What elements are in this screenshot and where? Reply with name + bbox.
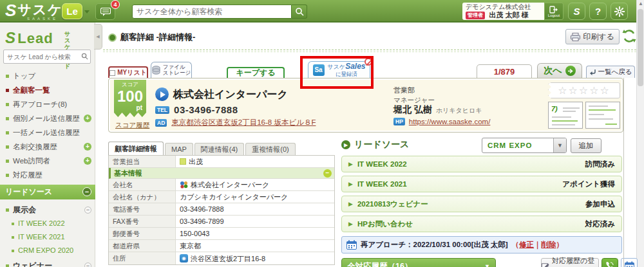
expand-plus-icon[interactable]: + <box>84 143 91 151</box>
sidebar-item-itweek2021[interactable]: IT WEEK 2021 <box>0 230 95 244</box>
expand-plus-icon[interactable]: + <box>84 157 91 165</box>
sidebar-item-reapproach[interactable]: 再アプローチ(8) <box>0 97 95 111</box>
arrow-right-icon: ▶ <box>348 181 353 187</box>
bullet-icon <box>12 250 14 252</box>
lead-logo[interactable]: S Lead サスケリード <box>5 29 53 47</box>
bullet-icon <box>6 160 9 163</box>
global-search-input[interactable] <box>132 5 292 19</box>
sidebar-collapse-tab[interactable]: ◀ <box>94 24 102 50</box>
logout-button[interactable]: Logout <box>544 3 564 20</box>
saaske-swirl-icon: S <box>5 2 16 19</box>
reapproach-delete-link[interactable]: 削除 <box>541 241 556 248</box>
bullet-icon <box>6 145 9 149</box>
group-exhibition-header[interactable]: 展示会 − <box>0 203 95 217</box>
sidebar-item-top[interactable]: トップ <box>0 69 95 83</box>
star-rating[interactable]: ☆☆☆☆☆ <box>548 82 620 98</box>
back-to-list-button[interactable]: 一覧へ戻る <box>586 66 635 78</box>
bullet-icon <box>6 131 9 134</box>
detail-tabs: 顧客詳細情報 MAP 関連情報(4) 重複情報(0) <box>108 142 296 156</box>
call-button[interactable] <box>601 258 618 267</box>
sidebar-item-web-visitors[interactable]: Web訪問者 + <box>0 154 95 168</box>
tab-file-storage[interactable]: ファイルストレージ <box>151 62 192 78</box>
expand-plus-icon[interactable]: + <box>84 115 91 122</box>
reapproach-edit-link[interactable]: 修正 <box>519 241 534 248</box>
arrow-circle-icon: ▶ <box>341 140 350 149</box>
collapse-minus-icon[interactable]: − <box>82 187 91 196</box>
help-button[interactable]: ? <box>589 3 607 20</box>
logout-icon <box>549 6 558 14</box>
saaske-logo[interactable]: S サスケ SAASKE <box>5 2 63 19</box>
tab-customer-details[interactable]: 顧客詳細情報 <box>108 142 164 156</box>
sidebar-item-crmexpo2020[interactable]: CRM EXPO 2020 <box>0 244 95 257</box>
tab-duplicate-info[interactable]: 重複情報(0) <box>245 143 295 156</box>
register-history-button[interactable]: 対応履歴の登録 <box>541 258 599 267</box>
lead-app-button[interactable]: Le <box>62 3 82 19</box>
tab-map[interactable]: MAP <box>165 143 193 156</box>
bullet-icon <box>12 223 14 225</box>
file-storage-icon <box>152 66 160 75</box>
score-history-link[interactable]: スコア履歴 <box>115 121 149 130</box>
chevron-down-icon[interactable] <box>84 10 90 14</box>
tab-keep[interactable]: キープする <box>227 67 285 78</box>
refresh-icon <box>622 29 636 43</box>
bullet-icon <box>6 75 9 78</box>
leadsource-section-header[interactable]: リードソース − <box>0 185 95 199</box>
pencil-icon <box>542 262 549 267</box>
leadsource-panel-header: ▶ リードソース <box>341 139 409 151</box>
sidebar-item-response-history[interactable]: 対応履歴 <box>0 168 95 182</box>
customer-website-link[interactable]: https://www.saaske.com/ <box>409 118 491 125</box>
sidebar-item-all-customers[interactable]: 全顧客一覧 <box>0 83 95 97</box>
business-card-thumbnail[interactable]: 7) <box>548 102 583 129</box>
global-search-button[interactable] <box>292 5 307 19</box>
scroll-up-arrow[interactable]: ▲ <box>638 1 643 6</box>
collapse-minus-icon[interactable]: − <box>323 169 332 178</box>
sidebar-item-card-exchange[interactable]: 名刺交換履歴 + <box>0 140 95 154</box>
leadsource-item[interactable]: ▶ IT WEEK 2021 アポイント獲得 <box>341 176 622 192</box>
question-mark-icon: ? <box>595 6 601 17</box>
refresh-button[interactable] <box>622 29 636 43</box>
role-badge: 管理者 <box>466 12 485 19</box>
score-value: 100 <box>114 89 146 104</box>
next-record-button[interactable]: 次へ <box>537 63 582 78</box>
chevron-down-icon[interactable]: ▼ <box>553 138 566 152</box>
phone-icon <box>605 261 614 267</box>
saaske-home-button[interactable]: S <box>568 3 585 20</box>
account-info-box: デモシステム株式会社 管理者 出茂 太郎 様 <box>462 3 544 20</box>
tab-related-info[interactable]: 関連情報(4) <box>194 143 244 156</box>
sidebar-item-bulk-mail[interactable]: 一括メール送信履歴 <box>0 125 95 140</box>
play-button-icon[interactable] <box>155 87 169 101</box>
all-history-dropdown[interactable]: 全対応履歴（16） ▼ <box>341 258 496 267</box>
vertical-scrollbar[interactable]: ▲ <box>636 0 644 267</box>
bullet-icon <box>6 89 9 92</box>
sidebar-item-individual-mail[interactable]: 個別メール送信履歴 + <box>0 111 95 125</box>
bullet-icon <box>12 236 14 239</box>
green-dot-icon <box>108 33 117 42</box>
bullet-icon <box>6 208 9 212</box>
notification-count-badge: 4 <box>111 0 120 9</box>
sidebar-item-itweek2022[interactable]: IT WEEK 2022 <box>0 217 95 230</box>
address-badge: AD <box>155 119 167 127</box>
leadsource-dropdown[interactable]: CRM EXPO 2020 ▼ <box>482 138 567 153</box>
leadsource-item[interactable]: ▶ HPお問い合わせ 対応済み <box>341 216 622 232</box>
mylist-checkbox[interactable] <box>109 70 115 76</box>
record-pager: 1/879 <box>477 64 532 78</box>
tel-badge: TEL <box>155 106 169 114</box>
leadsource-item[interactable]: ▶ IT WEEK 2022 訪問済み <box>341 156 622 172</box>
customer-address-link[interactable]: 東京都渋谷区道玄坂2丁目16-8 坂本ビル８F <box>171 118 316 127</box>
leadsource-item[interactable]: ▶ 20210813ウェビナー 参加申込 <box>341 196 622 212</box>
logo-text: サスケ <box>17 2 62 17</box>
collapse-minus-icon[interactable]: − <box>84 262 91 267</box>
leadsource-dropdown-value: CRM EXPO 2020 <box>482 138 553 152</box>
scrollbar-thumb[interactable] <box>638 9 643 86</box>
print-button[interactable]: 印刷する <box>565 29 620 44</box>
tab-mylist[interactable]: MYリスト <box>108 66 148 78</box>
group-webinar-header[interactable]: ウェビナー − <box>0 259 95 267</box>
customer-company-name: 株式会社インターパーク <box>173 88 288 102</box>
settings-button[interactable] <box>611 3 628 20</box>
add-leadsource-button[interactable]: 追加 <box>571 138 601 153</box>
score-ribbon: スコア 100 pt <box>114 80 146 117</box>
sidebar-search-input[interactable] <box>3 50 91 64</box>
collapse-minus-icon[interactable]: − <box>84 207 91 214</box>
business-card-thumbnail[interactable] <box>585 102 620 129</box>
table-row: FAX番号 03-3496-7899 <box>109 216 334 228</box>
